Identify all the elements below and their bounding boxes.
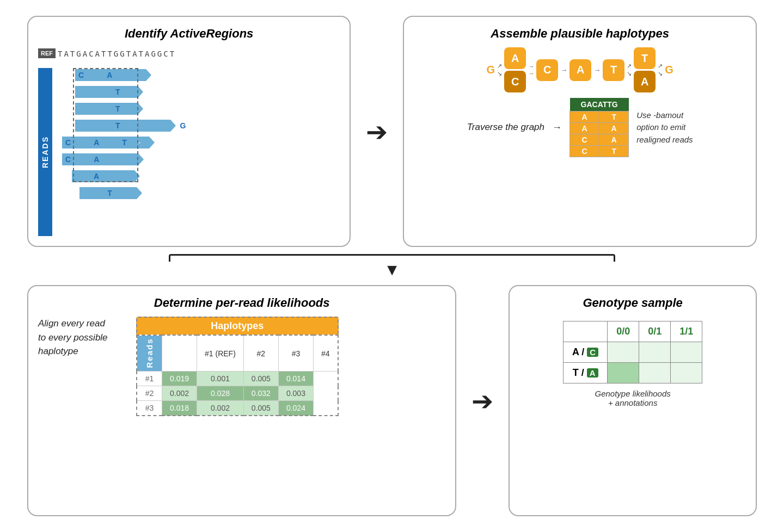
node-a3: A xyxy=(634,71,656,92)
table-row: T / A xyxy=(564,363,702,383)
haplotypes-title: Assemble plausible haplotypes xyxy=(414,27,746,41)
cell-ta-01 xyxy=(639,363,671,383)
table-row: T G xyxy=(56,119,340,133)
table-row: A A xyxy=(570,123,629,134)
letter-c2: C xyxy=(65,138,75,147)
arrow-diag-up1: ↗ xyxy=(497,63,502,70)
panel-haplotypes: Assemble plausible haplotypes G ↗ ↘ A C … xyxy=(403,16,757,247)
table-row: A T xyxy=(570,112,629,123)
table-row: C A xyxy=(56,152,340,166)
cell-1-3: 0.005 xyxy=(243,372,278,386)
cell-ac-01 xyxy=(639,342,671,363)
read-arrow-2: T xyxy=(75,86,138,98)
row-label-1: #1 xyxy=(137,372,162,386)
th-empty xyxy=(564,321,608,342)
genotype-note: Genotype likelihoods+ annotations xyxy=(519,389,746,407)
genotype-table: 0/0 0/1 1/1 A / C xyxy=(563,321,702,383)
cell-2-3: 0.032 xyxy=(243,386,278,401)
th-00: 0/0 xyxy=(608,321,639,342)
th-col3: #3 xyxy=(278,335,313,372)
reads-area: READS C A xyxy=(38,68,340,236)
node-ac-col: A C xyxy=(504,47,526,92)
letter-a2: A xyxy=(94,138,103,147)
node-c2: C xyxy=(536,59,558,81)
letter-a3: A xyxy=(94,155,103,164)
bamout-text: Use -bamoutoption to emitrealigned reads xyxy=(636,109,693,146)
ref-label: REF xyxy=(38,48,56,58)
ref-sequence: TATGACATTGGTATAGGCT xyxy=(58,50,176,58)
ref-row: REF TATGACATTGGTATAGGCT xyxy=(38,47,340,58)
th-col1: #1 (REF) xyxy=(197,335,244,372)
cell-a4: A xyxy=(599,134,629,146)
cell-3-3: 0.005 xyxy=(243,401,278,416)
th-reads: Reads xyxy=(137,335,162,372)
allele-badge-c: C xyxy=(587,348,598,357)
table-row: T xyxy=(56,102,340,116)
table-header: GACATTG xyxy=(570,98,629,112)
cell-ac-00 xyxy=(608,342,639,363)
arrow-diag-dn3: ↘ xyxy=(658,70,663,77)
traverse-arrow: → xyxy=(552,122,562,133)
traverse-label: Traverse the graph xyxy=(467,121,544,133)
table-row: C A xyxy=(570,134,629,146)
letter-t4: T xyxy=(122,138,131,147)
cell-a3: A xyxy=(599,123,629,134)
bottom-row: Determine per-read likelihoods Align eve… xyxy=(27,285,757,516)
read-arrow-1: C A xyxy=(75,69,146,81)
graph-nodes-upper: G ↗ ↘ A C → → C → A → xyxy=(487,47,673,92)
arrow-right2: → xyxy=(528,70,534,77)
reads-rows: C A T xyxy=(52,68,340,236)
likelihoods-title: Determine per-read likelihoods xyxy=(38,296,445,310)
graph-area: G ↗ ↘ A C → → C → A → xyxy=(414,47,746,157)
node-t2: T xyxy=(634,47,656,69)
letter-g1: G xyxy=(180,121,191,130)
align-text: Align every readto every possiblehaploty… xyxy=(38,317,125,358)
table-row: #3 0.018 0.002 0.005 0.024 xyxy=(137,401,338,416)
cell-ta-11 xyxy=(671,363,702,383)
likelihoods-table: Reads #1 (REF) #2 #3 #4 #1 0.01 xyxy=(136,335,339,416)
cell-3-4: 0.024 xyxy=(278,401,313,416)
connector-row: ▼ xyxy=(27,258,757,274)
allele-badge-a: A xyxy=(587,368,598,378)
letter-t3: T xyxy=(115,121,125,130)
traverse-section: Traverse the graph → GACATTG A xyxy=(467,98,693,157)
letter-c1: C xyxy=(78,71,88,79)
hap-result-table: GACATTG A T A A xyxy=(569,98,629,157)
cell-ac-11 xyxy=(671,342,702,363)
right-arrow-top: ➔ xyxy=(362,116,392,147)
table-row: T xyxy=(56,85,340,99)
haplotypes-header: Haplotypes xyxy=(136,317,339,335)
read-arrow-8: T xyxy=(79,187,137,199)
read-arrow-4: T G xyxy=(75,120,170,132)
node-a: A xyxy=(504,47,526,69)
read-arrow-6: C A xyxy=(62,153,138,165)
cell-3-2: 0.002 xyxy=(197,401,244,416)
panel-genotype: Genotype sample 0/0 0/1 1/1 A / C xyxy=(509,285,757,516)
table-row: 0/0 0/1 1/1 xyxy=(564,321,702,342)
arrow-diag-up3: ↗ xyxy=(658,63,663,70)
top-row: Identify ActiveRegions REF TATGACATTGGTA… xyxy=(27,16,757,247)
brace-arrow: ▼ xyxy=(169,262,615,278)
letter-a1: A xyxy=(107,71,117,79)
node-g2: G xyxy=(665,64,673,76)
table-row: #1 0.019 0.001 0.005 0.014 xyxy=(137,372,338,386)
letter-t5: T xyxy=(107,189,117,197)
arrow-diag-dn1: ↘ xyxy=(497,70,502,77)
panel-active-regions: Identify ActiveRegions REF TATGACATTGGTA… xyxy=(27,16,351,247)
cell-t1: T xyxy=(599,112,629,123)
down-arrow: ▼ xyxy=(384,262,400,278)
node-g1: G xyxy=(487,64,495,76)
th-col2: #2 xyxy=(243,335,278,372)
cell-a1: A xyxy=(570,112,599,123)
read-arrow-7: A xyxy=(72,170,134,182)
table-row: A / C xyxy=(564,342,702,363)
main-container: Identify ActiveRegions REF TATGACATTGGTA… xyxy=(27,16,757,516)
th-col4: #4 xyxy=(313,335,338,372)
reads-label: READS xyxy=(38,68,52,236)
row-label-3: #3 xyxy=(137,401,162,416)
cell-3-1: 0.018 xyxy=(162,401,197,416)
cell-1-4: 0.014 xyxy=(278,372,313,386)
table-row: Reads #1 (REF) #2 #3 #4 xyxy=(137,335,338,372)
table-row: C A T – xyxy=(56,135,340,150)
cell-a2: A xyxy=(570,123,599,134)
